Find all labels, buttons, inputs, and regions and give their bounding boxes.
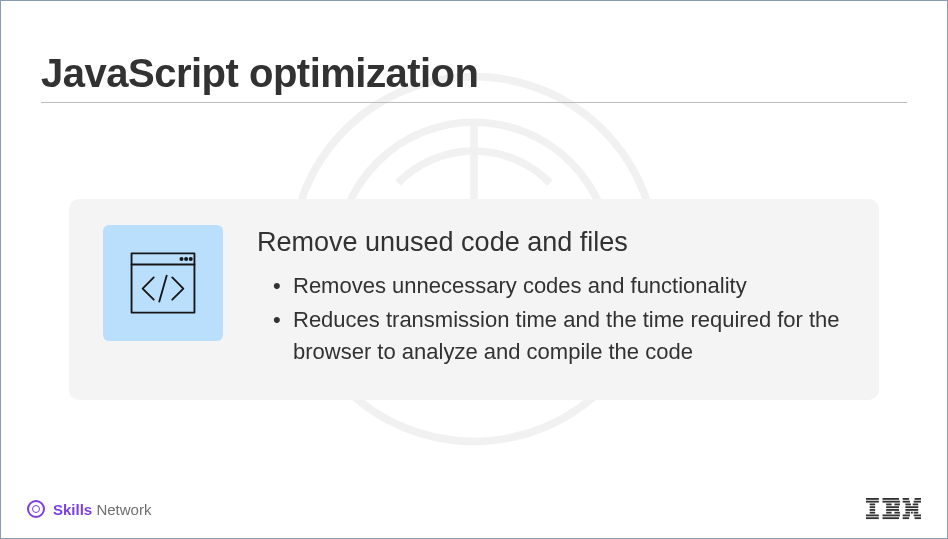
- skills-network-logo: Skills Network: [27, 500, 151, 518]
- svg-rect-11: [870, 504, 876, 506]
- svg-rect-10: [866, 501, 879, 503]
- svg-rect-24: [894, 512, 900, 514]
- svg-rect-17: [883, 498, 900, 500]
- footer: Skills Network: [1, 498, 947, 520]
- svg-rect-38: [903, 515, 910, 517]
- svg-rect-27: [903, 498, 909, 500]
- ibm-logo: [866, 498, 921, 520]
- svg-rect-25: [883, 515, 900, 517]
- network-word: Network: [96, 501, 151, 518]
- svg-rect-12: [870, 506, 876, 508]
- svg-rect-14: [870, 512, 876, 514]
- bullet-list: Removes unnecessary codes and functional…: [257, 270, 845, 368]
- svg-rect-21: [886, 506, 899, 508]
- svg-rect-36: [911, 512, 913, 514]
- skills-orb-icon: [27, 500, 45, 518]
- info-card: Remove unused code and files Removes unn…: [69, 199, 879, 400]
- svg-rect-28: [915, 498, 921, 500]
- svg-rect-35: [905, 512, 910, 514]
- svg-point-5: [180, 258, 182, 260]
- svg-rect-19: [886, 504, 892, 506]
- svg-rect-16: [866, 517, 879, 519]
- svg-point-6: [185, 258, 187, 260]
- bullet-item: Reduces transmission time and the time r…: [273, 304, 845, 368]
- card-body: Remove unused code and files Removes unn…: [257, 225, 845, 370]
- svg-rect-18: [883, 501, 900, 503]
- svg-rect-37: [914, 512, 919, 514]
- skills-word: Skills: [53, 501, 92, 518]
- svg-rect-39: [914, 515, 921, 517]
- svg-rect-26: [883, 517, 900, 519]
- svg-line-8: [159, 276, 166, 302]
- svg-rect-23: [886, 512, 892, 514]
- svg-rect-41: [915, 517, 921, 519]
- svg-rect-40: [903, 517, 909, 519]
- svg-rect-13: [870, 509, 876, 511]
- svg-point-7: [190, 258, 192, 260]
- svg-rect-22: [886, 509, 899, 511]
- page-title: JavaScript optimization: [41, 51, 907, 103]
- card-heading: Remove unused code and files: [257, 227, 845, 258]
- svg-rect-3: [132, 253, 195, 312]
- svg-rect-32: [913, 504, 919, 506]
- svg-rect-33: [905, 506, 918, 508]
- svg-rect-29: [903, 501, 910, 503]
- svg-rect-30: [914, 501, 921, 503]
- bullet-item: Removes unnecessary codes and functional…: [273, 270, 845, 302]
- svg-rect-31: [905, 504, 911, 506]
- slide-content: JavaScript optimization Remove unused co…: [1, 1, 947, 400]
- code-window-icon: [103, 225, 223, 341]
- svg-rect-15: [866, 515, 879, 517]
- svg-rect-34: [905, 509, 918, 511]
- svg-rect-20: [894, 504, 900, 506]
- svg-rect-9: [866, 498, 879, 500]
